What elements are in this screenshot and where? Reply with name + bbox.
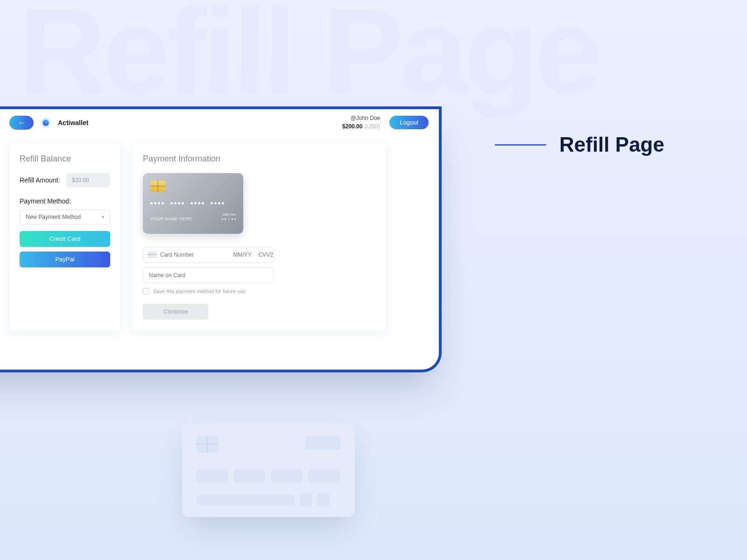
refill-balance-card: Refill Balance Refill Amount: Payment Me… [9, 143, 120, 331]
decorative-chip-icon [196, 436, 218, 453]
background-watermark-text: Refill Page [19, 0, 598, 121]
refill-card-title: Refill Balance [20, 154, 110, 164]
payment-method-label: Payment Method: [20, 197, 110, 205]
payment-method-dropdown[interactable]: New Payment Method ▾ [20, 210, 110, 224]
content: Refill Balance Refill Amount: Payment Me… [0, 136, 439, 345]
paypal-option-button[interactable]: PayPal [20, 252, 110, 267]
valid-thru-label: valid thru [222, 213, 236, 216]
save-payment-checkbox[interactable] [143, 288, 149, 294]
payment-method-selected: New Payment Method [26, 214, 81, 220]
user-balance: $200.00 [342, 123, 362, 130]
credit-card-icon [148, 252, 156, 258]
topbar: ← Actiwallet @John Doe $200.00 (USD) Log… [0, 109, 439, 136]
title-accent-line [495, 144, 546, 146]
topbar-right: @John Doe $200.00 (USD) Logout [342, 115, 429, 131]
brand-name: Actiwallet [58, 119, 88, 126]
page-title-block: Refill Page [495, 133, 664, 156]
card-number-row [143, 247, 274, 263]
app-window: ← Actiwallet @John Doe $200.00 (USD) Log… [0, 106, 442, 372]
name-on-card-input[interactable] [149, 272, 268, 279]
user-handle: @John Doe [342, 115, 380, 121]
brand-icon [40, 117, 51, 128]
card-cvv-input[interactable] [254, 252, 273, 258]
save-payment-label: Save this payment method for future use [153, 288, 246, 294]
arrow-left-icon: ← [18, 119, 25, 127]
logout-button[interactable]: Logout [389, 116, 429, 129]
decorative-brand-badge [305, 436, 341, 450]
payment-card-title: Payment Information [143, 154, 375, 164]
valid-thru-mask: / [222, 217, 236, 221]
back-button[interactable]: ← [9, 116, 34, 130]
topbar-left: ← Actiwallet [9, 116, 88, 130]
refill-amount-input[interactable] [66, 173, 110, 187]
payment-information-card: Payment Information YOUR NAME HERE valid… [133, 143, 386, 331]
user-currency: (USD) [365, 123, 380, 130]
card-number-mask [150, 202, 236, 204]
chevron-down-icon: ▾ [102, 214, 104, 219]
card-expiry-input[interactable] [230, 252, 254, 258]
continue-button[interactable]: Continue [143, 304, 208, 320]
card-preview: YOUR NAME HERE valid thru / [143, 173, 243, 234]
card-preview-name: YOUR NAME HERE [150, 217, 192, 221]
user-info: @John Doe $200.00 (USD) [342, 115, 380, 131]
refill-amount-label: Refill Amount: [20, 176, 60, 184]
page-title: Refill Page [559, 133, 664, 156]
decorative-card-illustration [182, 424, 355, 517]
card-number-input[interactable] [160, 252, 230, 258]
card-chip-icon [150, 181, 165, 192]
credit-card-option-button[interactable]: Credit Card [20, 231, 110, 247]
